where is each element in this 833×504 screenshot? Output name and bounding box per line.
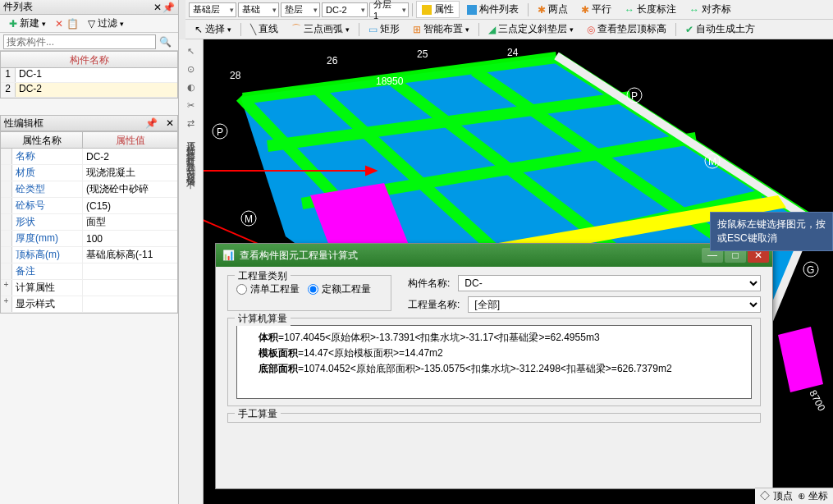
property-table: 属性名称属性值 名称DC-2 材质现浇混凝土 砼类型(现浇砼中砂碎 砼标号(C1… [0, 131, 178, 314]
rect-button[interactable]: ▭矩形 [363, 21, 405, 38]
component-list-header: 件列表 📌 ✕ [0, 0, 178, 15]
label-component-name: 构件名称: [408, 277, 450, 291]
no-button[interactable]: 不 [185, 172, 197, 176]
slope-button[interactable]: ◢三点定义斜垫层▾ [483, 21, 579, 38]
label-quantity-name: 工程量名称: [408, 298, 460, 312]
property-panel-header: 性编辑框 📌 ✕ [0, 115, 178, 131]
prop-row[interactable]: 材质现浇混凝土 [1, 165, 177, 181]
line-button[interactable]: ╲直线 [245, 21, 284, 38]
new-button[interactable]: ✚新建▾ [3, 15, 52, 32]
component-table: 构件名称 1DC-1 2DC-2 [0, 51, 178, 99]
dropdown-component[interactable]: DC-2 [322, 2, 368, 17]
left-panel: 件列表 📌 ✕ ✚新建▾ ✕ 📋 ▽过滤▾ 🔍 构件名称 1DC-1 2DC-2… [0, 0, 179, 504]
select-button[interactable]: ↖选择▾ [189, 21, 237, 38]
prop-row[interactable]: 备注 [1, 263, 177, 280]
merge-button[interactable]: 合并 [185, 153, 197, 156]
svg-text:25: 25 [417, 48, 428, 60]
svg-text:M: M [708, 156, 716, 167]
pin-icon[interactable]: 📌 [162, 2, 175, 13]
svg-text:24: 24 [507, 47, 519, 58]
copy-icon[interactable]: 📋 [66, 18, 79, 30]
auto-soil-button[interactable]: ✔自动生成土方 [680, 21, 761, 38]
prop-row[interactable]: 砼类型(现浇砼中砂碎 [1, 181, 177, 198]
col-value: 属性值 [83, 132, 177, 148]
table-header: 构件名称 [1, 52, 177, 68]
svg-text:18950: 18950 [376, 76, 404, 87]
trim-button[interactable]: 修剪 [185, 143, 197, 146]
table-row[interactable]: 1DC-1 [1, 68, 177, 83]
list-toolbar: ✚新建▾ ✕ 📋 ▽过滤▾ [0, 15, 178, 33]
snap-vertex[interactable]: ◇ 顶点 [760, 489, 792, 503]
close-icon[interactable]: ✕ [153, 2, 162, 13]
parallel-button[interactable]: ✱平行 [575, 1, 617, 18]
filter-button[interactable]: ▽过滤▾ [82, 15, 130, 32]
col-name: 属性名称 [1, 132, 83, 148]
align-button[interactable]: 对齐 [185, 163, 197, 166]
search-icon[interactable]: 🔍 [156, 36, 175, 48]
prop-expand[interactable]: +计算属性 [1, 280, 177, 296]
component-list-title: 件列表 [3, 0, 33, 14]
restore-button[interactable]: 还原 [185, 133, 197, 136]
svg-text:28: 28 [230, 70, 241, 81]
dialog-title: 查看构件图元工程量计算式 [240, 249, 358, 263]
prop-expand[interactable]: +显示样式 [1, 296, 177, 313]
extend-button[interactable]: 延伸 [185, 138, 197, 141]
tool-icon[interactable]: ◐ [181, 79, 201, 95]
tool-icon[interactable]: ✂ [181, 97, 201, 113]
tool-icon[interactable]: ⇄ [181, 115, 201, 131]
search-row: 🔍 [0, 33, 178, 51]
vertical-toolbar: ↖ ⊙ ◐ ✂ ⇄ 还原 延伸 修剪 打断 合并 分割 对齐 偏移 不 [179, 39, 204, 504]
close-icon[interactable]: ✕ [166, 117, 174, 129]
snap-coord[interactable]: ⊕ 坐标 [798, 489, 828, 503]
magenta-block [778, 327, 823, 392]
arc-button[interactable]: ⌒三点画弧▾ [286, 21, 355, 38]
align-dim-button[interactable]: ↔对齐标 [684, 1, 737, 18]
attributes-button[interactable]: 属性 [416, 1, 460, 18]
quantity-type-group: 工程量类别 清单工程量 定额工程量 [227, 275, 391, 311]
top-toolbar-1: 基础层 基础 垫层 DC-2 分层1 属性 构件列表 ✱两点 ✱平行 ↔长度标注… [185, 0, 833, 20]
status-bar: ◇ 顶点 ⊕ 坐标 [755, 488, 833, 504]
quantity-name-select[interactable]: [全部] [468, 296, 761, 313]
search-input[interactable] [3, 34, 156, 49]
top-toolbar-2: ↖选择▾ ╲直线 ⌒三点画弧▾ ▭矩形 ⊞智能布置▾ ◢三点定义斜垫层▾ ◎查看… [185, 20, 833, 39]
break-button[interactable]: 打断 [185, 148, 197, 151]
property-panel: 性编辑框 📌 ✕ 属性名称属性值 名称DC-2 材质现浇混凝土 砼类型(现浇砼中… [0, 115, 178, 314]
prop-row[interactable]: 厚度(mm)100 [1, 231, 177, 247]
calculation-dialog: 📊 查看构件图元工程量计算式 — □ ✕ 工程量类别 清单工程量 定额工程量 构… [215, 243, 773, 489]
dropdown-type[interactable]: 垫层 [281, 2, 320, 17]
dropdown-layer[interactable]: 分层1 [369, 2, 409, 17]
cursor-icon[interactable]: ↖ [181, 43, 201, 59]
calc-result-box[interactable]: 体积=107.4045<原始体积>-13.7391<扣集水坑>-31.17<扣基… [236, 325, 752, 399]
prop-row[interactable]: 形状面型 [1, 214, 177, 231]
manual-calc-group: 手工算量 [227, 413, 761, 423]
radio-quota[interactable]: 定额工程量 [308, 282, 371, 296]
svg-text:26: 26 [327, 55, 338, 66]
dropdown-floor[interactable]: 基础层 [189, 2, 236, 17]
delete-icon[interactable]: ✕ [55, 18, 63, 30]
radio-list[interactable]: 清单工程量 [236, 282, 300, 296]
computer-calc-group: 计算机算量 体积=107.4045<原始体积>-13.7391<扣集水坑>-31… [227, 318, 761, 406]
dialog-titlebar[interactable]: 📊 查看构件图元工程量计算式 — □ ✕ [216, 244, 772, 267]
check-top-button[interactable]: ◎查看垫层顶标高 [581, 21, 672, 38]
svg-text:P: P [631, 90, 638, 102]
hint-tooltip: 按鼠标左键选择图元，按或ESC键取消 [710, 212, 833, 251]
prop-row[interactable]: 顶标高(m)基础底标高(-11 [1, 247, 177, 263]
tool-icon[interactable]: ⊙ [181, 61, 201, 77]
table-row[interactable]: 2DC-2 [1, 83, 177, 98]
offset-button[interactable]: 偏移 [185, 167, 197, 171]
length-dim-button[interactable]: ↔长度标注 [619, 1, 682, 18]
component-list-button[interactable]: 构件列表 [461, 1, 524, 18]
two-point-button[interactable]: ✱两点 [532, 1, 574, 18]
svg-text:8700: 8700 [807, 388, 827, 413]
prop-row[interactable]: 名称DC-2 [1, 149, 177, 165]
split-button[interactable]: 分割 [185, 158, 197, 161]
smart-layout-button[interactable]: ⊞智能布置▾ [407, 21, 475, 38]
svg-text:M: M [245, 213, 253, 225]
svg-text:P: P [217, 126, 223, 138]
pin-icon[interactable]: 📌 [145, 117, 158, 129]
dropdown-major[interactable]: 基础 [238, 2, 279, 17]
svg-text:G: G [807, 264, 814, 276]
prop-row[interactable]: 砼标号(C15) [1, 198, 177, 214]
component-name-select[interactable]: DC- [458, 275, 761, 291]
